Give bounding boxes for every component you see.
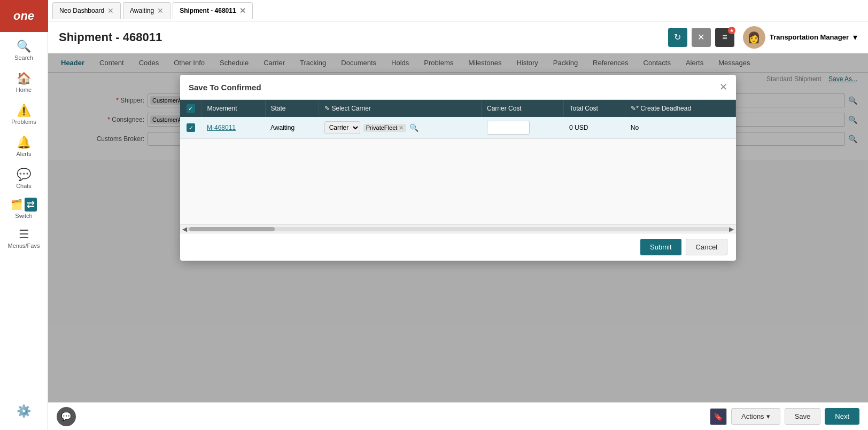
col-carrier-cost: Carrier Cost [482, 100, 564, 117]
avatar: 👩 [743, 26, 765, 49]
user-dropdown-icon[interactable]: ▾ [853, 32, 857, 42]
row-carrier-cell[interactable]: Carrier PrivateFleet ✕ 🔍 [319, 117, 482, 139]
settings-icon: ⚙️ [17, 404, 31, 418]
carrier-tag-remove[interactable]: ✕ [399, 124, 404, 131]
modal-table: ✓ Movement State ✎ Select Carrier [180, 100, 736, 139]
row-movement-link[interactable]: M-468011 [207, 124, 236, 131]
sidebar-item-alerts[interactable]: 🔔 Alerts [0, 130, 48, 162]
sidebar-label-switch: Switch [15, 213, 32, 219]
carrier-search-icon[interactable]: 🔍 [409, 123, 418, 132]
carrier-tag-value: PrivateFleet [366, 124, 398, 131]
close-shipment-icon[interactable]: ✕ [239, 6, 246, 15]
col-movement: Movement [201, 100, 265, 117]
sidebar-item-menus[interactable]: ☰ Menus/Favs [0, 222, 48, 254]
sidebar-label-search: Search [14, 54, 33, 61]
scrollbar-track [187, 227, 729, 231]
row-checkbox-cell[interactable]: ✓ [180, 117, 201, 139]
top-tab-neo-dashboard[interactable]: Neo Dashboard ✕ [52, 2, 121, 19]
top-tab-label-awaiting: Awaiting [130, 7, 154, 14]
sidebar: one 🔍 Search 🏠 Home ⚠️ Problems 🔔 Alerts… [0, 0, 48, 430]
bookmark-button[interactable]: 🔖 [710, 408, 727, 425]
actions-button[interactable]: Actions ▾ [731, 408, 780, 425]
col-total-cost: Total Cost [564, 100, 625, 117]
col-state: State [265, 100, 319, 117]
close-button[interactable]: ✕ [692, 28, 711, 47]
modal-overlay: Save To Confirmed ✕ ✓ Movement [48, 53, 868, 402]
bottom-bar: 💬 🔖 Actions ▾ Save Next [48, 402, 868, 430]
col-select-carrier-label: ✎ Select Carrier [324, 105, 371, 112]
col-carrier-cost-label: Carrier Cost [487, 105, 522, 112]
refresh-button[interactable]: ↻ [668, 28, 687, 47]
sidebar-item-search[interactable]: 🔍 Search [0, 34, 48, 66]
search-icon: 🔍 [17, 40, 31, 53]
user-info: Transportation Manager [770, 33, 849, 41]
sidebar-bottom: ⚙️ [0, 399, 48, 430]
top-tab-awaiting[interactable]: Awaiting ✕ [123, 2, 170, 19]
problems-icon: ⚠️ [17, 104, 31, 118]
modal-footer: Submit Cancel [180, 233, 736, 261]
modal-close-button[interactable]: ✕ [719, 81, 727, 93]
row-state-value: Awaiting [270, 124, 294, 131]
sidebar-item-chats[interactable]: 💬 Chats [0, 162, 48, 194]
modal-title: Save To Confirmed [189, 83, 261, 92]
next-button[interactable]: Next [825, 408, 859, 425]
sidebar-item-problems[interactable]: ⚠️ Problems [0, 98, 48, 130]
sidebar-label-menus: Menus/Favs [8, 243, 40, 249]
row-create-deadhead-value: No [631, 124, 639, 131]
col-movement-label: Movement [207, 105, 237, 112]
scrollbar-thumb[interactable] [189, 227, 275, 231]
col-select-carrier: ✎ Select Carrier [319, 100, 482, 117]
sidebar-label-alerts: Alerts [16, 151, 31, 157]
sidebar-item-switch[interactable]: 🗂️ ⇄ Switch [0, 194, 48, 222]
scroll-left-arrow[interactable]: ◀ [182, 225, 187, 233]
save-to-confirmed-modal: Save To Confirmed ✕ ✓ Movement [180, 75, 736, 261]
top-tab-bar: Neo Dashboard ✕ Awaiting ✕ Shipment - 46… [48, 0, 868, 21]
actions-arrow-icon: ▾ [766, 412, 770, 420]
carrier-select-wrap: Carrier PrivateFleet ✕ 🔍 [324, 121, 476, 134]
horizontal-scrollbar[interactable]: ◀ ▶ [180, 224, 736, 233]
row-create-deadhead-cell: No [625, 117, 736, 139]
chat-button[interactable]: 💬 [57, 407, 76, 426]
sidebar-item-home[interactable]: 🏠 Home [0, 66, 48, 98]
switch-icon: 🗂️ [11, 199, 22, 210]
carrier-tag: PrivateFleet ✕ [363, 124, 407, 132]
submit-button[interactable]: Submit [640, 239, 681, 255]
row-state-cell: Awaiting [265, 117, 319, 139]
close-awaiting-icon[interactable]: ✕ [157, 6, 164, 15]
row-movement-cell: M-468011 [201, 117, 265, 139]
actions-label: Actions [741, 412, 764, 420]
top-tab-label-shipment: Shipment - 468011 [180, 7, 236, 14]
notification-badge: ★ [728, 27, 735, 34]
app-logo[interactable]: one [0, 0, 48, 32]
select-all-checkbox[interactable]: ✓ [187, 104, 195, 113]
modal-header: Save To Confirmed ✕ [180, 75, 736, 100]
col-checkbox[interactable]: ✓ [180, 100, 201, 117]
chats-icon: 💬 [17, 168, 31, 182]
content-area: Header Content Codes Other Info Schedule… [48, 53, 868, 402]
top-tab-shipment[interactable]: Shipment - 468011 ✕ [173, 2, 252, 19]
close-neo-dashboard-icon[interactable]: ✕ [107, 6, 114, 15]
notification-area[interactable]: ≡ ★ [715, 28, 734, 47]
logo-text: one [13, 9, 34, 23]
home-icon: 🏠 [17, 72, 31, 85]
page-title: Shipment - 468011 [59, 30, 668, 44]
table-header-row: ✓ Movement State ✎ Select Carrier [180, 100, 736, 117]
row-carrier-cost-cell[interactable] [482, 117, 564, 139]
top-tab-label-neo-dashboard: Neo Dashboard [59, 7, 104, 14]
scroll-right-arrow[interactable]: ▶ [729, 225, 734, 233]
main-area: Neo Dashboard ✕ Awaiting ✕ Shipment - 46… [48, 0, 868, 430]
sidebar-label-home: Home [16, 87, 32, 93]
page-header: Shipment - 468011 ↻ ✕ ≡ ★ 👩 Transportati… [48, 21, 868, 53]
col-create-deadhead-label: ✎* Create Deadhead [631, 105, 691, 112]
header-actions: ↻ ✕ ≡ ★ [668, 28, 734, 47]
row-checkbox[interactable]: ✓ [187, 123, 195, 132]
sidebar-item-settings[interactable]: ⚙️ [0, 399, 48, 425]
carrier-type-select[interactable]: Carrier [324, 121, 360, 134]
save-button[interactable]: Save [785, 408, 821, 425]
sidebar-label-chats: Chats [16, 183, 32, 189]
carrier-cost-input[interactable] [487, 121, 530, 135]
cancel-button[interactable]: Cancel [686, 239, 727, 255]
row-total-cost-cell: 0 USD [564, 117, 625, 139]
switch-icon2: ⇄ [25, 198, 37, 212]
sidebar-label-problems: Problems [11, 119, 36, 125]
